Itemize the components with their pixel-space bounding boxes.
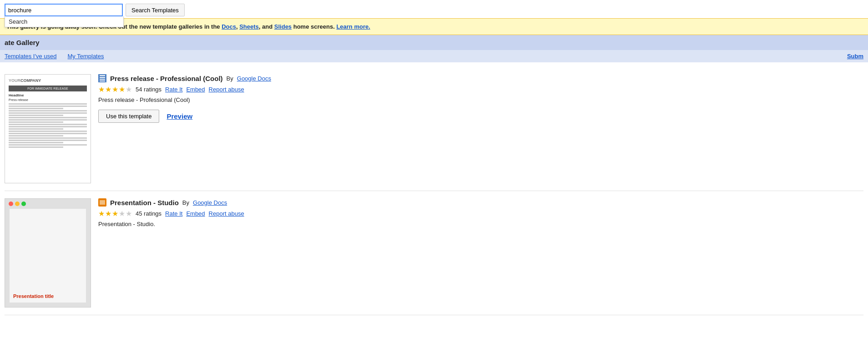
star-1: ★ [98,85,105,94]
use-template-button[interactable]: Use this template [98,110,159,123]
thumb-presentation-content: Presentation title [5,199,91,307]
template-card: Presentation title Presentation - Studio… [5,191,863,315]
author-link[interactable]: Google Docs [193,199,227,206]
thumb-for-immediate: FOR IMMEDIATE RELEASE [9,86,87,91]
body-line [9,108,63,109]
warning-banner: This gallery is going away soon. Check o… [0,18,868,35]
template-name-row: Press release - Professional (Cool) By G… [98,74,863,82]
template-card: YOUR COMPANY FOR IMMEDIATE RELEASE Headl… [5,67,863,191]
ratings-count: 45 ratings [136,210,161,217]
autocomplete-item-search[interactable]: Search [5,16,123,27]
report-abuse-link[interactable]: Report abuse [209,210,244,217]
thumb-your-text: YOUR [9,78,20,83]
body-line [9,137,87,139]
star-3: ★ [112,209,118,218]
tab-templates-used[interactable]: Templates I've used [5,53,57,60]
banner-learn-more-link[interactable]: Learn more. [336,23,370,30]
by-label: By [227,75,233,82]
template-thumbnail-press-release: YOUR COMPANY FOR IMMEDIATE RELEASE Headl… [5,74,91,183]
author-link[interactable]: Google Docs [237,75,271,82]
thumb-press-content: YOUR COMPANY FOR IMMEDIATE RELEASE Headl… [5,75,91,183]
body-line [9,133,87,134]
template-name-row: Presentation - Studio By Google Docs [98,198,863,207]
star-5: ★ [126,85,132,94]
template-list: YOUR COMPANY FOR IMMEDIATE RELEASE Headl… [0,62,868,320]
banner-sheets-link[interactable]: Sheets [239,23,259,30]
thumb-company-text: COMPANY [20,78,41,83]
preview-link[interactable]: Preview [167,112,192,120]
header-area: Search Templates Search [0,0,868,18]
body-line [9,142,63,143]
body-line [9,112,87,114]
template-info-press-release: Press release - Professional (Cool) By G… [98,74,863,123]
template-description: Press release - Professional (Cool) [98,96,863,103]
ratings-row: ★ ★ ★ ★ ★ 54 ratings Rate It Embed Repor… [98,85,863,94]
embed-link[interactable]: Embed [186,86,205,93]
traffic-lights [5,199,91,209]
star-2: ★ [105,85,111,94]
search-row: Search Templates [5,4,863,16]
doc-icon [98,74,106,82]
rate-link[interactable]: Rate It [165,86,182,93]
banner-docs-link[interactable]: Docs [222,23,236,30]
body-line [9,140,87,141]
body-line [9,124,87,125]
rate-link[interactable]: Rate It [165,210,182,217]
template-description: Presentation - Studio. [98,221,863,227]
thumb-company-header: YOUR COMPANY [9,78,87,83]
template-info-presentation: Presentation - Studio By Google Docs ★ ★… [98,198,863,227]
banner-text-after: home screens. [292,23,336,30]
gallery-header: ate Gallery [0,35,868,50]
traffic-light-red [9,202,13,206]
body-line [9,144,87,146]
presentation-icon [98,198,106,207]
stars: ★ ★ ★ ★ ★ [98,209,132,218]
body-line [9,106,87,107]
star-2: ★ [105,209,111,218]
star-5: ★ [126,209,132,218]
action-buttons-row: Use this template Preview [98,110,863,123]
body-line [9,131,87,132]
traffic-light-green [21,202,26,206]
body-line [9,110,87,111]
search-input[interactable] [5,4,123,16]
template-name: Press release - Professional (Cool) [110,75,223,82]
presentation-title-thumb: Presentation title [13,293,54,299]
body-line [9,146,63,148]
body-line [9,128,63,130]
search-templates-button[interactable]: Search Templates [126,4,185,16]
tab-my-templates[interactable]: My Templates [68,53,104,60]
star-4: ★ [119,209,125,218]
banner-and-text: , and [259,23,274,30]
embed-link[interactable]: Embed [186,210,205,217]
template-name: Presentation - Studio [110,199,179,207]
body-line [9,115,63,116]
by-label: By [182,199,189,206]
traffic-light-yellow [15,202,20,206]
body-line [9,119,87,121]
gallery-title: ate Gallery [5,39,40,46]
star-3: ★ [112,85,118,94]
thumb-sub-headline: Press release [9,98,87,101]
body-line [9,117,87,118]
nav-tabs: Templates I've used My Templates Subm [0,50,868,62]
template-thumbnail-presentation: Presentation title [5,198,91,308]
ratings-row: ★ ★ ★ ★ ★ 45 ratings Rate It Embed Repor… [98,209,863,218]
body-line [9,135,63,136]
star-4: ★ [119,85,125,94]
ratings-count: 54 ratings [136,86,161,93]
body-line [9,121,63,123]
thumb-headline: Headline [9,93,87,97]
tab-submit-right[interactable]: Subm [847,53,863,60]
body-line [9,126,87,127]
star-1: ★ [98,209,105,218]
body-line [9,103,87,105]
autocomplete-dropdown: Search [5,16,124,27]
stars: ★ ★ ★ ★ ★ [98,85,132,94]
report-abuse-link[interactable]: Report abuse [209,86,244,93]
slide-content: Presentation title [10,209,86,303]
thumb-body-lines [9,103,87,148]
banner-slides-link[interactable]: Slides [274,23,292,30]
